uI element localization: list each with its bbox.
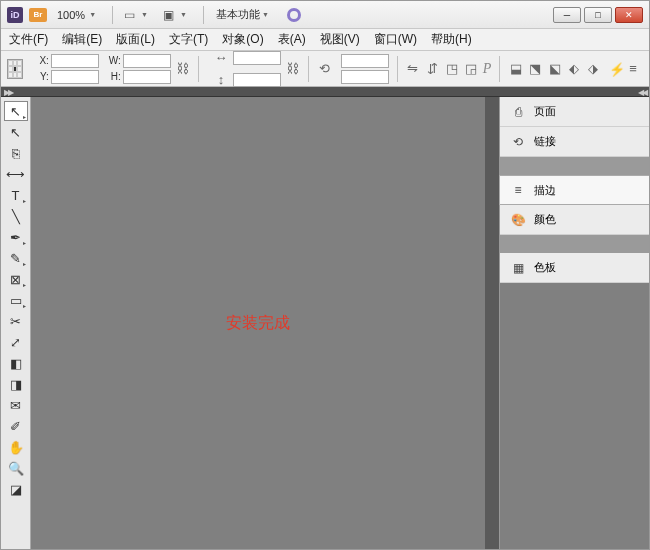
menu-file[interactable]: 文件(F): [9, 31, 48, 48]
panel-swatches[interactable]: ▦ 色板: [500, 253, 649, 283]
menu-bar: 文件(F) 编辑(E) 版面(L) 文字(T) 对象(O) 表(A) 视图(V)…: [1, 29, 649, 51]
divider: [203, 6, 204, 24]
panel-stroke[interactable]: ≡ 描边: [499, 175, 649, 205]
window-controls: ─ □ ✕: [553, 7, 643, 23]
maximize-button[interactable]: □: [584, 7, 612, 23]
chevron-down-icon[interactable]: ▼: [89, 11, 96, 18]
panel-empty: [500, 283, 649, 549]
type-tool[interactable]: T▸: [4, 185, 28, 205]
panel-color[interactable]: 🎨 颜色: [500, 205, 649, 235]
wrap-icon[interactable]: ⬖: [566, 59, 581, 79]
panel-pages[interactable]: ⎙ 页面: [500, 97, 649, 127]
chevron-down-icon[interactable]: ▼: [180, 11, 187, 18]
main-area: ↖▸ ↖ ⎘ ⟷ T▸ ╲ ✒▸ ✎▸ ⊠▸ ▭▸ ✂ ⤢ ◧ ◨ ✉ ✐ ✋ …: [1, 97, 649, 549]
divider: [112, 6, 113, 24]
view-options-icon[interactable]: ▭: [119, 7, 139, 23]
menu-edit[interactable]: 编辑(E): [62, 31, 102, 48]
zoom-tool[interactable]: 🔍: [4, 458, 28, 478]
eyedropper-tool[interactable]: ✐: [4, 416, 28, 436]
rectangle-frame-tool[interactable]: ⊠▸: [4, 269, 28, 289]
stroke-icon: ≡: [510, 183, 526, 197]
rotate-icon[interactable]: ⟲: [317, 59, 332, 79]
panel-dock-gutter[interactable]: [485, 97, 499, 549]
shear-input[interactable]: [341, 70, 389, 84]
quick-apply-icon[interactable]: ⚡: [609, 62, 623, 76]
menu-type[interactable]: 文字(T): [169, 31, 208, 48]
links-icon: ⟲: [510, 135, 526, 149]
flip-h-icon[interactable]: ⇋: [405, 59, 420, 79]
wrap-icon[interactable]: ⬕: [547, 59, 562, 79]
expand-left-icon[interactable]: ▶▶: [4, 88, 12, 97]
fill-stroke-swap[interactable]: ◪: [4, 479, 28, 499]
chevron-down-icon[interactable]: ▼: [141, 11, 148, 18]
scale-x-input[interactable]: [233, 51, 281, 65]
constrain-scale-icon[interactable]: ⛓: [285, 59, 300, 79]
screen-mode-icon[interactable]: ▣: [158, 7, 178, 23]
panel-dock: ⎙ 页面 ⟲ 链接 ≡ 描边 🎨 颜色 ▦ 色板: [499, 97, 649, 549]
direct-selection-tool[interactable]: ↖: [4, 122, 28, 142]
chevron-down-icon[interactable]: ▼: [262, 11, 269, 18]
scale-x-icon: ↔: [211, 48, 231, 68]
hand-tool[interactable]: ✋: [4, 437, 28, 457]
select-container-icon[interactable]: ◳: [444, 59, 459, 79]
reference-point-grid[interactable]: [7, 59, 23, 79]
wrap-icon[interactable]: ⬔: [527, 59, 542, 79]
h-input[interactable]: [123, 70, 171, 84]
tool-panel: ↖▸ ↖ ⎘ ⟷ T▸ ╲ ✒▸ ✎▸ ⊠▸ ▭▸ ✂ ⤢ ◧ ◨ ✉ ✐ ✋ …: [1, 97, 31, 549]
free-transform-tool[interactable]: ⤢: [4, 332, 28, 352]
panel-label: 链接: [534, 134, 556, 149]
panel-label: 色板: [534, 260, 556, 275]
flip-v-icon[interactable]: ⇵: [425, 59, 440, 79]
menu-window[interactable]: 窗口(W): [374, 31, 417, 48]
divider: [308, 56, 309, 82]
constrain-icon[interactable]: ⛓: [175, 59, 190, 79]
close-button[interactable]: ✕: [615, 7, 643, 23]
workspace-switcher[interactable]: 基本功能: [216, 7, 260, 22]
canvas-message: 安装完成: [226, 313, 290, 334]
note-tool[interactable]: ✉: [4, 395, 28, 415]
rectangle-tool[interactable]: ▭▸: [4, 290, 28, 310]
menu-object[interactable]: 对象(O): [222, 31, 263, 48]
pen-tool[interactable]: ✒▸: [4, 227, 28, 247]
document-canvas[interactable]: 安装完成: [31, 97, 485, 549]
page-tool[interactable]: ⎘: [4, 143, 28, 163]
zoom-level[interactable]: 100%: [57, 9, 85, 21]
panel-label: 颜色: [534, 212, 556, 227]
w-input[interactable]: [123, 54, 171, 68]
x-input[interactable]: [51, 54, 99, 68]
paragraph-style-icon[interactable]: P: [483, 61, 492, 77]
panel-links[interactable]: ⟲ 链接: [500, 127, 649, 157]
menu-table[interactable]: 表(A): [278, 31, 306, 48]
panel-label: 页面: [534, 104, 556, 119]
gap-tool[interactable]: ⟷: [4, 164, 28, 184]
color-icon: 🎨: [510, 213, 526, 227]
control-bar: X: Y: W: H: ⛓ ↔ ↕ ⛓ ⟲ ⇋ ⇵ ◳ ◲ P ⬓ ⬔ ⬕ ⬖ …: [1, 51, 649, 87]
minimize-button[interactable]: ─: [553, 7, 581, 23]
rotate-input[interactable]: [341, 54, 389, 68]
scissors-tool[interactable]: ✂: [4, 311, 28, 331]
y-input[interactable]: [51, 70, 99, 84]
panel-collapse-strip[interactable]: ▶▶ ◀◀: [1, 87, 649, 97]
w-label: W:: [107, 55, 121, 66]
menu-view[interactable]: 视图(V): [320, 31, 360, 48]
scale-y-input[interactable]: [233, 73, 281, 87]
h-label: H:: [107, 71, 121, 82]
line-tool[interactable]: ╲: [4, 206, 28, 226]
gradient-swatch-tool[interactable]: ◧: [4, 353, 28, 373]
menu-layout[interactable]: 版面(L): [116, 31, 155, 48]
gradient-feather-tool[interactable]: ◨: [4, 374, 28, 394]
wrap-icon[interactable]: ⬗: [586, 59, 601, 79]
divider: [198, 56, 199, 82]
divider: [499, 56, 500, 82]
select-content-icon[interactable]: ◲: [463, 59, 478, 79]
menu-help[interactable]: 帮助(H): [431, 31, 472, 48]
expand-right-icon[interactable]: ◀◀: [638, 88, 646, 97]
panel-menu-icon[interactable]: ≡: [623, 59, 643, 79]
panel-label: 描边: [534, 183, 556, 198]
wrap-icon[interactable]: ⬓: [508, 59, 523, 79]
selection-tool[interactable]: ↖▸: [4, 101, 28, 121]
pencil-tool[interactable]: ✎▸: [4, 248, 28, 268]
divider: [397, 56, 398, 82]
panel-gap: [500, 157, 649, 175]
bridge-badge[interactable]: Br: [29, 8, 47, 22]
